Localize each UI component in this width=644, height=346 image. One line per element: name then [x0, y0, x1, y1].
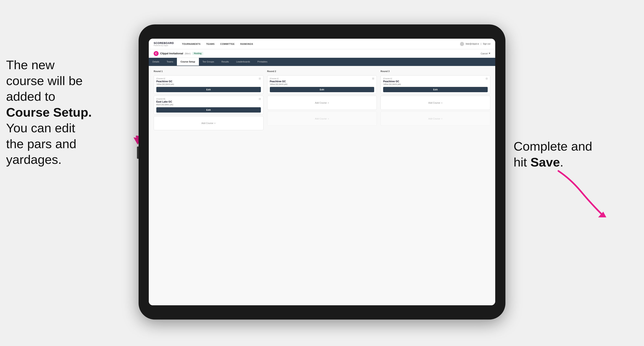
- r2-course-a-edit-btn[interactable]: Edit: [270, 87, 374, 92]
- delete-icon-r3a[interactable]: ⊟: [486, 77, 488, 80]
- course-a-tee: Yellow (M) (6629 yds): [156, 83, 261, 85]
- add-course-plus-icon: +: [214, 122, 216, 125]
- delete-icon-r2a[interactable]: ⊟: [372, 77, 375, 80]
- annotation-right: Complete and hit Save.: [514, 138, 632, 170]
- cancel-text: Cancel: [481, 52, 488, 55]
- round-3-label: Round 3: [380, 70, 490, 72]
- tournament-bar: C Clippd Invitational (Men) Hosting Canc…: [149, 49, 495, 58]
- tab-results[interactable]: Results: [218, 58, 232, 66]
- logo-subtitle: Powered by clippd: [154, 45, 174, 46]
- tab-course-setup[interactable]: Course Setup: [177, 58, 199, 66]
- r2-course-a-name: Peachtree GC: [270, 80, 374, 83]
- scoreboard-logo: SCOREBOARD Powered by clippd: [154, 41, 174, 46]
- tab-teams[interactable]: Teams: [163, 58, 177, 66]
- nav-rankings[interactable]: RANKINGS: [240, 43, 253, 45]
- r3-course-a-tee: Yellow (M) (6629 yds): [383, 83, 488, 85]
- hosting-badge: Hosting: [192, 52, 203, 55]
- nav-right: blair@clippd.io | Sign out: [460, 42, 490, 46]
- arrow-right-icon: [554, 167, 616, 220]
- round2-add-course-btn-2: Add Course +: [267, 112, 377, 126]
- r2-add-course-label-2: Add Course: [315, 117, 327, 120]
- cancel-x-icon: ✕: [488, 52, 490, 55]
- tab-details[interactable]: Details: [149, 58, 163, 66]
- course-a-edit-btn[interactable]: Edit: [156, 87, 261, 92]
- tab-tee-groups[interactable]: Tee Groups: [199, 58, 218, 66]
- course-b-tee: Black (M) (6891 yds): [156, 104, 261, 106]
- round-2-column: Round 2 ⊟ (Course A) Peachtree GC Yellow…: [267, 70, 377, 130]
- nav-teams[interactable]: TEAMS: [206, 43, 214, 45]
- tab-leaderboards[interactable]: Leaderboards: [232, 58, 254, 66]
- tournament-gender: (Men): [185, 52, 191, 55]
- r3-add-course-label: Add Course: [428, 102, 440, 104]
- course-a-name: Peachtree GC: [156, 80, 261, 83]
- round1-course-a-card: ⊟ (Course A) Peachtree GC Yellow (M) (66…: [154, 75, 264, 94]
- tournament-info: C Clippd Invitational (Men) Hosting: [154, 51, 203, 56]
- round2-course-a-card: ⊟ (Course A) Peachtree GC Yellow (M) (66…: [267, 75, 377, 94]
- annotation-left: The new course will be added to Course S…: [6, 57, 145, 168]
- r3-course-a-tag: (Course A): [383, 78, 488, 80]
- r3-add-course-plus-icon: +: [441, 101, 443, 104]
- cancel-area[interactable]: Cancel ✕: [481, 52, 490, 55]
- sign-out-link[interactable]: Sign out: [483, 43, 490, 45]
- r3-add-course-plus-icon-2: +: [441, 117, 443, 120]
- sub-nav: Details Teams Course Setup Tee Groups Re…: [149, 58, 495, 66]
- round1-course-b-card: ⊟ (Course B) East Lake GC Black (M) (689…: [154, 96, 264, 114]
- r2-add-course-label: Add Course: [315, 102, 327, 104]
- tablet-screen: SCOREBOARD Powered by clippd TOURNAMENTS…: [149, 39, 495, 305]
- round1-add-course-btn[interactable]: Add Course +: [154, 116, 264, 130]
- r3-course-a-edit-btn[interactable]: Edit: [383, 87, 488, 92]
- avatar: [460, 42, 464, 46]
- course-b-name: East Lake GC: [156, 100, 261, 103]
- r3-course-a-name: Peachtree GC: [383, 80, 488, 83]
- add-course-label: Add Course: [201, 122, 213, 124]
- nav-links: TOURNAMENTS TEAMS COMMITTEE RANKINGS: [182, 43, 454, 45]
- top-nav: SCOREBOARD Powered by clippd TOURNAMENTS…: [149, 39, 495, 49]
- nav-tournaments[interactable]: TOURNAMENTS: [182, 43, 200, 45]
- round-2-label: Round 2: [267, 70, 377, 72]
- round-1-label: Round 1: [154, 70, 264, 72]
- r2-add-course-plus-icon: +: [328, 101, 329, 104]
- round3-course-a-card: ⊟ (Course A) Peachtree GC Yellow (M) (66…: [380, 75, 490, 94]
- r2-add-course-plus-icon-2: +: [328, 117, 329, 120]
- delete-icon[interactable]: ⊟: [259, 77, 262, 80]
- course-b-edit-btn[interactable]: Edit: [156, 107, 261, 113]
- round3-add-course-btn-2: Add Course +: [380, 112, 490, 126]
- course-b-tag: (Course B): [156, 98, 261, 100]
- r2-course-a-tag: (Course A): [270, 78, 374, 80]
- user-email: blair@clippd.io: [466, 43, 479, 45]
- delete-icon-b[interactable]: ⊟: [259, 98, 262, 100]
- round2-add-course-btn[interactable]: Add Course +: [267, 96, 377, 110]
- main-content: Round 1 ⊟ (Course A) Peachtree GC Yellow…: [149, 66, 495, 305]
- r2-course-a-tee: Yellow (M) (6629 yds): [270, 83, 374, 85]
- course-a-tag: (Course A): [156, 78, 261, 80]
- tournament-name: Clippd Invitational: [160, 52, 183, 55]
- round-1-column: Round 1 ⊟ (Course A) Peachtree GC Yellow…: [154, 70, 264, 130]
- logo-title: SCOREBOARD: [154, 41, 174, 45]
- r3-add-course-label-2: Add Course: [428, 117, 440, 120]
- nav-separator: |: [481, 43, 481, 45]
- round-3-column: Round 3 ⊟ (Course A) Peachtree GC Yellow…: [380, 70, 490, 130]
- tab-printables[interactable]: Printables: [254, 58, 271, 66]
- clippd-logo: C: [154, 51, 158, 56]
- tablet-frame: SCOREBOARD Powered by clippd TOURNAMENTS…: [138, 24, 506, 320]
- round3-add-course-btn[interactable]: Add Course +: [380, 96, 490, 110]
- nav-committee[interactable]: COMMITTEE: [220, 43, 235, 45]
